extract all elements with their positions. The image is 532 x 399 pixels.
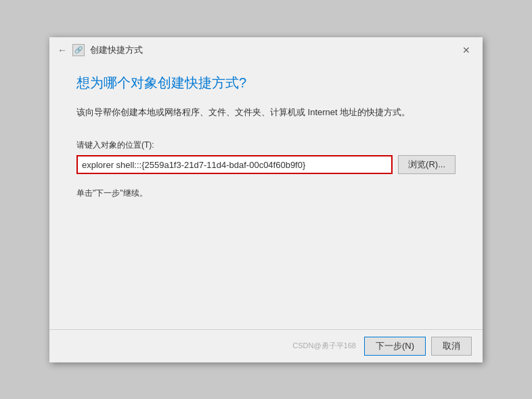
back-arrow[interactable]: ← bbox=[58, 45, 67, 56]
wizard-icon: 🔗 bbox=[72, 44, 85, 56]
dialog-title: 创建快捷方式 bbox=[90, 44, 143, 56]
field-label: 请键入对象的位置(T): bbox=[76, 140, 456, 151]
dialog-content: 想为哪个对象创建快捷方式? 该向导帮你创建本地或网络程序、文件、文件夹、计算机或… bbox=[49, 60, 483, 329]
watermark: CSDN@勇子平168 bbox=[292, 341, 356, 351]
title-bar: ← 🔗 创建快捷方式 ✕ bbox=[49, 37, 483, 60]
browse-button[interactable]: 浏览(R)... bbox=[398, 155, 456, 174]
cancel-button[interactable]: 取消 bbox=[431, 337, 472, 356]
input-row: 浏览(R)... bbox=[76, 155, 456, 174]
description-text: 该向导帮你创建本地或网络程序、文件、文件夹、计算机或 Internet 地址的快… bbox=[76, 106, 456, 120]
create-shortcut-dialog: ← 🔗 创建快捷方式 ✕ 想为哪个对象创建快捷方式? 该向导帮你创建本地或网络程… bbox=[49, 37, 483, 362]
main-question: 想为哪个对象创建快捷方式? bbox=[76, 74, 456, 92]
title-bar-left: ← 🔗 创建快捷方式 bbox=[58, 44, 143, 56]
dialog-footer: CSDN@勇子平168 下一步(N) 取消 bbox=[49, 329, 483, 362]
location-input[interactable] bbox=[76, 155, 393, 174]
next-button[interactable]: 下一步(N) bbox=[364, 337, 426, 356]
hint-text: 单击"下一步"继续。 bbox=[76, 188, 456, 199]
close-button[interactable]: ✕ bbox=[458, 44, 474, 56]
